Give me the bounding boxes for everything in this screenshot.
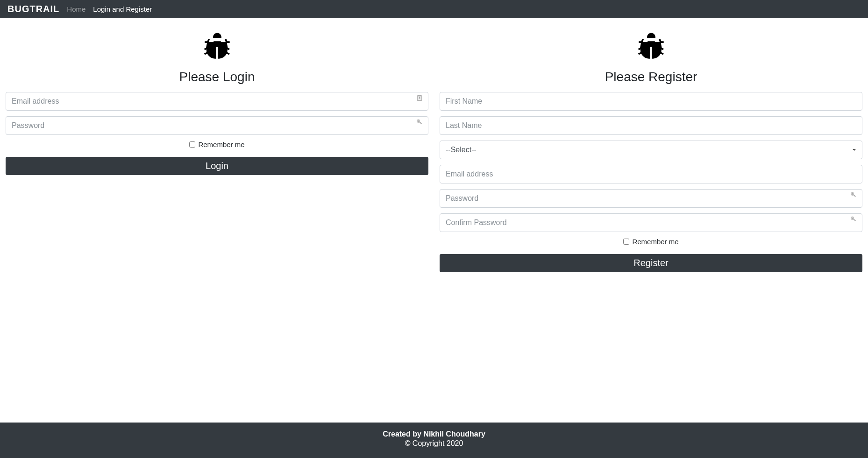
register-remember-label: Remember me	[632, 238, 678, 246]
login-button[interactable]: Login	[6, 157, 428, 175]
footer-creator: Created by Nikhil Choudhary	[0, 430, 868, 438]
register-remember-checkbox[interactable]	[623, 239, 629, 245]
login-password-input[interactable]	[6, 116, 428, 135]
navbar: BUGTRAIL Home Login and Register	[0, 0, 868, 18]
main-content: Please Login Remember me Login	[0, 18, 868, 423]
login-email-input[interactable]	[6, 92, 428, 111]
navbar-brand[interactable]: BUGTRAIL	[7, 4, 59, 14]
register-confirm-password-input[interactable]	[440, 213, 862, 232]
bug-icon	[634, 29, 668, 63]
register-panel: Please Register --Select--	[440, 29, 862, 272]
bug-icon	[200, 29, 234, 63]
register-password-input[interactable]	[440, 189, 862, 208]
register-title: Please Register	[605, 70, 697, 85]
register-button[interactable]: Register	[440, 254, 862, 272]
nav-link-login-register[interactable]: Login and Register	[93, 5, 152, 13]
footer-copyright: © Copyright 2020	[0, 439, 868, 448]
login-panel: Please Login Remember me Login	[6, 29, 428, 272]
register-email-input[interactable]	[440, 165, 862, 183]
login-remember-label: Remember me	[198, 141, 244, 148]
register-role-select[interactable]: --Select--	[440, 141, 862, 159]
login-title: Please Login	[179, 70, 255, 85]
nav-link-home[interactable]: Home	[67, 5, 85, 13]
register-lastname-input[interactable]	[440, 116, 862, 135]
register-firstname-input[interactable]	[440, 92, 862, 111]
footer: Created by Nikhil Choudhary © Copyright …	[0, 423, 868, 458]
login-remember-checkbox[interactable]	[189, 141, 195, 148]
